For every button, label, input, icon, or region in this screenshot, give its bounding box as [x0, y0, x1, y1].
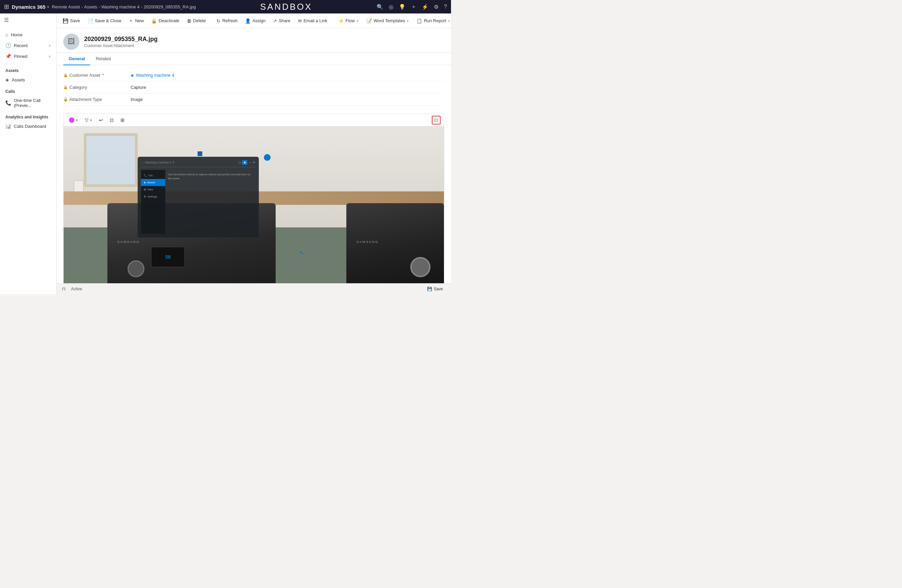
- category-label: 🔒 Category: [63, 85, 131, 90]
- flow-button[interactable]: ⚡ Flow ∨: [335, 17, 362, 25]
- share-button[interactable]: ↗ Share: [269, 17, 294, 25]
- recent-icon: 🕐: [5, 43, 11, 48]
- refresh-button[interactable]: ↻ Refresh: [213, 17, 241, 25]
- save-close-icon: 📄: [88, 18, 93, 23]
- assets-group-label: Assets: [0, 64, 56, 74]
- dynamics-app-label[interactable]: Dynamics 365 ∨: [12, 4, 49, 10]
- app-chevron-icon[interactable]: ∨: [47, 5, 49, 9]
- help-icon[interactable]: ?: [444, 4, 447, 10]
- email-link-button[interactable]: ✉ Email a Link: [294, 17, 331, 25]
- undo-button[interactable]: ↩: [97, 116, 105, 124]
- word-templates-icon: 📝: [366, 18, 372, 23]
- sidebar-item-home-label: Home: [11, 32, 23, 38]
- add-icon[interactable]: ＋: [411, 3, 417, 11]
- breadcrumb-file[interactable]: 20200929_095355_RA.jpg: [144, 5, 196, 9]
- sidebar: ☰ ⌂ Home 🕐 Recent ∨ 📌 Pinned ∨ Assets ◈ …: [0, 14, 56, 294]
- assign-button[interactable]: 👤 Assign: [242, 17, 269, 25]
- settings-icon[interactable]: ⚙: [434, 4, 438, 10]
- record-title-block: 20200929_095355_RA.jpg Customer Asset At…: [84, 36, 158, 48]
- sidebar-item-one-time-call[interactable]: 📞 One-time Call (Previe...: [0, 95, 56, 111]
- word-templates-chevron-icon: ∨: [407, 19, 409, 22]
- email-icon: ✉: [298, 18, 302, 23]
- delete-icon: 🗑: [187, 18, 191, 23]
- sidebar-item-recent[interactable]: 🕐 Recent ∨: [0, 40, 56, 51]
- sidebar-item-dashboard-label: Calls Dashboard: [14, 124, 46, 129]
- breadcrumb-washing-machine[interactable]: Washing machine 4: [101, 5, 140, 9]
- save-button[interactable]: 💾 Save: [59, 17, 83, 25]
- washing-machine-right: SAMSUNG: [346, 203, 444, 283]
- sidebar-item-calls-dashboard[interactable]: 📊 Calls Dashboard: [0, 121, 56, 131]
- pinned-chevron-icon: ∨: [49, 55, 51, 58]
- tab-related[interactable]: Related: [90, 53, 116, 65]
- customer-asset-value[interactable]: ◈ Washing machine 4: [131, 73, 174, 78]
- crop-icon: ⊡: [110, 117, 114, 123]
- deactivate-button[interactable]: 🔒 Deactivate: [148, 17, 182, 25]
- lock-icon: 🔒: [63, 73, 68, 77]
- save-close-button[interactable]: 📄 Save & Close: [84, 17, 125, 25]
- category-value: Capture: [131, 85, 146, 90]
- sidebar-item-assets-label: Assets: [12, 77, 25, 83]
- app-grid-icon[interactable]: ⊞: [4, 3, 9, 11]
- main-layout: ☰ ⌂ Home 🕐 Recent ∨ 📌 Pinned ∨ Assets ◈ …: [0, 14, 451, 294]
- asset-link-icon: ◈: [131, 73, 134, 78]
- content-area: 💾 Save 📄 Save & Close ＋ New 🔒 Deactivate…: [56, 14, 451, 294]
- run-report-icon: 📋: [417, 18, 422, 23]
- target-icon[interactable]: ◎: [389, 4, 393, 10]
- status-save-icon: 💾: [427, 286, 432, 291]
- delete-button[interactable]: 🗑 Delete: [183, 17, 209, 25]
- color-chevron-icon: ∨: [76, 119, 78, 122]
- status-bar: ⊓ Active 💾 Save: [56, 283, 451, 294]
- status-expand-icon[interactable]: ⊓: [62, 286, 66, 292]
- shape-tool-icon: ▽: [85, 117, 89, 123]
- tab-general[interactable]: General: [63, 53, 90, 65]
- lock-icon-2: 🔒: [63, 85, 68, 89]
- lightbulb-icon[interactable]: 💡: [399, 4, 406, 10]
- breadcrumb: Remote Assist › Assets › Washing machine…: [52, 5, 196, 9]
- save-icon: 💾: [63, 18, 68, 23]
- dashboard-icon: 📊: [5, 124, 11, 129]
- word-templates-button[interactable]: 📝 Word Templates ∨: [363, 17, 412, 25]
- share-icon: ↗: [273, 18, 277, 23]
- status-badge: Active: [71, 286, 82, 291]
- sidebar-item-recent-label: Recent: [14, 43, 28, 48]
- phone-icon: 📞: [5, 100, 11, 106]
- analytics-group-label: Analytics and Insights: [0, 111, 56, 121]
- lock-icon-3: 🔒: [63, 97, 68, 102]
- record-avatar: 🖼: [63, 34, 80, 50]
- image-annotation-toolbar: ∨ ▽ ∨ ↩ ⊡ ⊞ ⊡: [63, 114, 444, 126]
- new-button[interactable]: ＋ New: [125, 16, 147, 25]
- refresh-icon: ↻: [216, 18, 221, 23]
- expand-image-button[interactable]: ⊡: [432, 116, 440, 125]
- color-picker-button[interactable]: ∨: [67, 116, 80, 124]
- deactivate-icon: 🔒: [151, 18, 157, 23]
- search-nav-icon[interactable]: 🔍: [377, 4, 384, 10]
- shape-tool-button[interactable]: ▽ ∨: [83, 116, 94, 124]
- breadcrumb-assets[interactable]: Assets: [84, 5, 97, 9]
- form-tabs: General Related: [56, 53, 451, 65]
- field-attachment-type: 🔒 Attachment Type Image: [63, 94, 444, 106]
- flow-chevron-icon: ∨: [356, 19, 359, 22]
- crop-button[interactable]: ⊡: [108, 116, 116, 124]
- washer-scene: SAMSUNG 58 SAMSUNG ← Washing: [64, 127, 444, 283]
- sidebar-item-assets[interactable]: ◈ Assets: [0, 74, 56, 85]
- annotation-square: [197, 152, 202, 156]
- attachment-type-value: Image: [131, 97, 143, 102]
- status-save-button[interactable]: 💾 Save: [424, 286, 446, 292]
- breadcrumb-remote-assist[interactable]: Remote Assist: [52, 5, 80, 9]
- crop2-button[interactable]: ⊞: [119, 116, 127, 124]
- sidebar-item-pinned[interactable]: 📌 Pinned ∨: [0, 51, 56, 61]
- run-report-button[interactable]: 📋 Run Report ∨: [413, 17, 451, 25]
- command-toolbar: 💾 Save 📄 Save & Close ＋ New 🔒 Deactivate…: [56, 14, 451, 28]
- field-customer-asset: 🔒 Customer Asset * ◈ Washing machine 4: [63, 69, 444, 81]
- sandbox-title: SANDBOX: [199, 2, 374, 12]
- sidebar-toggle[interactable]: ☰: [0, 14, 56, 27]
- color-circle: [69, 117, 74, 123]
- attachment-image: SAMSUNG 58 SAMSUNG ← Washing: [63, 126, 444, 283]
- undo-icon: ↩: [99, 117, 103, 123]
- form-area: 🖼 20200929_095355_RA.jpg Customer Asset …: [56, 28, 451, 283]
- window: [84, 133, 138, 187]
- filter-icon[interactable]: ⚡: [422, 4, 428, 10]
- sidebar-item-home[interactable]: ⌂ Home: [0, 29, 56, 40]
- crop2-icon: ⊞: [121, 117, 125, 123]
- nav-icons-group: 🔍 ◎ 💡 ＋ ⚡ ⚙ ?: [377, 3, 447, 11]
